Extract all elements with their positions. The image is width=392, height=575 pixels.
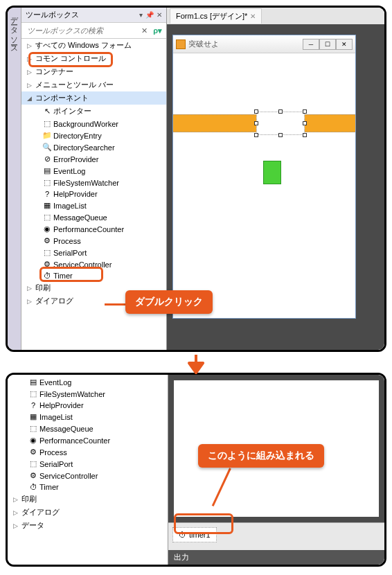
help-icon: ? xyxy=(41,190,53,198)
tab-bar: Form1.cs [デザイン]* ✕ xyxy=(167,8,384,24)
process-icon: ⚙ xyxy=(41,236,53,245)
close-button[interactable]: ✕ xyxy=(336,39,353,50)
imglist-icon: ▦ xyxy=(27,412,39,421)
perf-icon: ◉ xyxy=(27,436,39,445)
callout-double-click: ダブルクリック xyxy=(125,290,213,314)
item-servicecontroller[interactable]: ⚙ServiceController xyxy=(8,470,168,481)
bgworker-icon: ⬚ xyxy=(41,119,53,128)
form-titlebar: 突破せよ ─ ☐ ✕ xyxy=(173,35,355,53)
serial-icon: ⬚ xyxy=(41,248,53,257)
item-filesystemwatcher[interactable]: ⬚FileSystemWatcher xyxy=(8,388,168,400)
timer-icon: ⏱ xyxy=(179,531,186,539)
service-icon: ⚙ xyxy=(27,471,39,480)
item-pointer[interactable]: ↖ポインター xyxy=(21,105,166,118)
item-messagequeue[interactable]: ⬚MessageQueue xyxy=(21,211,166,223)
category-data[interactable]: ▷データ xyxy=(8,519,168,532)
maximize-button[interactable]: ☐ xyxy=(319,39,336,50)
category-common-controls[interactable]: ▷コモン コントロール xyxy=(21,52,166,65)
chevron-right-icon: ▷ xyxy=(27,298,35,305)
chevron-right-icon: ▷ xyxy=(13,496,21,503)
item-eventlog[interactable]: ▤EventLog xyxy=(21,165,166,177)
tab-form1[interactable]: Form1.cs [デザイン]* ✕ xyxy=(170,8,262,24)
tray-item-label: timer1 xyxy=(189,531,211,539)
item-errorprovider[interactable]: ⊘ErrorProvider xyxy=(21,153,166,165)
service-icon: ⚙ xyxy=(41,260,53,269)
item-serialport[interactable]: ⬚SerialPort xyxy=(21,247,166,258)
toolbox-panel-2: ▤EventLog ⬚FileSystemWatcher ?HelpProvid… xyxy=(8,375,168,565)
chevron-right-icon: ▷ xyxy=(13,522,21,529)
item-imagelist[interactable]: ▦ImageList xyxy=(21,200,166,211)
chevron-right-icon: ▷ xyxy=(27,82,35,89)
item-directorysearcher[interactable]: 🔍DirectorySearcher xyxy=(21,141,166,153)
item-helpprovider[interactable]: ?HelpProvider xyxy=(21,188,166,200)
chevron-down-icon: ◢ xyxy=(27,95,35,102)
toolbox-tree-2: ▤EventLog ⬚FileSystemWatcher ?HelpProvid… xyxy=(8,376,168,565)
item-filesystemwatcher[interactable]: ⬚FileSystemWatcher xyxy=(21,177,166,188)
arrow-down-icon xyxy=(186,353,206,379)
tab-close-icon[interactable]: ✕ xyxy=(250,12,256,20)
error-icon: ⊘ xyxy=(41,154,53,163)
pointer-icon: ↖ xyxy=(41,107,53,116)
item-eventlog[interactable]: ▤EventLog xyxy=(8,376,168,388)
form-body[interactable] xyxy=(173,53,355,318)
search-go-icon[interactable]: ρ▾ xyxy=(150,26,165,35)
process-icon: ⚙ xyxy=(27,448,39,457)
item-directoryentry[interactable]: 📁DirectoryEntry xyxy=(21,130,166,141)
item-servicecontroller[interactable]: ⚙ServiceController xyxy=(21,258,166,270)
close-icon[interactable]: ✕ xyxy=(157,11,162,19)
item-process[interactable]: ⚙Process xyxy=(21,235,166,247)
eventlog-icon: ▤ xyxy=(27,378,39,387)
component-tray[interactable]: ⏱ timer1 xyxy=(168,522,384,550)
category-container[interactable]: ▷コンテナー xyxy=(21,65,166,78)
imglist-icon: ▦ xyxy=(41,201,53,210)
item-process[interactable]: ⚙Process xyxy=(8,446,168,458)
dropdown-icon[interactable]: ▾ xyxy=(139,11,143,19)
tray-timer1[interactable]: ⏱ timer1 xyxy=(172,527,217,542)
item-serialport[interactable]: ⬚SerialPort xyxy=(8,458,168,470)
category-component[interactable]: ◢コンポーネント xyxy=(21,91,166,105)
item-backgroundworker[interactable]: ⬚BackgroundWorker xyxy=(21,118,166,130)
tab-label: Form1.cs [デザイン]* xyxy=(176,11,247,21)
toolbox-title: ツールボックス xyxy=(26,10,79,20)
timer-icon: ⏱ xyxy=(27,483,39,491)
selected-control[interactable] xyxy=(256,112,305,135)
item-timer[interactable]: ⏱Timer xyxy=(8,481,168,493)
item-performancecounter[interactable]: ◉PerformanceCounter xyxy=(21,223,166,235)
msgq-icon: ⬚ xyxy=(41,213,53,222)
item-imagelist[interactable]: ▦ImageList xyxy=(8,411,168,423)
perf-icon: ◉ xyxy=(41,224,53,233)
help-icon: ? xyxy=(27,401,39,409)
timer-icon: ⏱ xyxy=(41,272,53,280)
fswatch-icon: ⬚ xyxy=(27,389,39,398)
callout-embedded: このように組み込まれる xyxy=(198,444,324,468)
item-timer[interactable]: ⏱Timer xyxy=(21,270,166,281)
search-clear-icon[interactable]: ✕ xyxy=(139,26,150,35)
fswatch-icon: ⬚ xyxy=(41,178,53,187)
chevron-right-icon: ▷ xyxy=(13,509,21,516)
item-helpprovider[interactable]: ?HelpProvider xyxy=(8,400,168,411)
form-title: 突破せよ xyxy=(188,39,303,49)
form-window[interactable]: 突破せよ ─ ☐ ✕ xyxy=(172,35,356,319)
data-sources-tab[interactable]: データ ソース xyxy=(8,8,21,350)
output-panel-header[interactable]: 出力 xyxy=(168,550,384,565)
designer-panel-2: ⏱ timer1 出力 xyxy=(168,375,384,565)
item-messagequeue[interactable]: ⬚MessageQueue xyxy=(8,423,168,434)
category-print[interactable]: ▷印刷 xyxy=(8,493,168,506)
category-windows-forms[interactable]: ▷すべての Windows フォーム xyxy=(21,39,166,52)
msgq-icon: ⬚ xyxy=(27,424,39,433)
toolbox-search: ✕ ρ▾ xyxy=(21,23,166,39)
pin-icon[interactable]: 📌 xyxy=(145,11,154,19)
item-performancecounter[interactable]: ◉PerformanceCounter xyxy=(8,434,168,446)
eventlog-icon: ▤ xyxy=(41,166,53,175)
search-input[interactable] xyxy=(23,24,139,37)
chevron-right-icon: ▷ xyxy=(27,42,35,49)
chevron-right-icon: ▷ xyxy=(27,69,35,76)
minimize-button[interactable]: ─ xyxy=(303,39,319,50)
green-control[interactable] xyxy=(263,161,281,184)
form-icon xyxy=(176,39,186,49)
direntry-icon: 📁 xyxy=(41,131,53,140)
category-menu-toolbar[interactable]: ▷メニューとツール バー xyxy=(21,78,166,91)
category-dialog[interactable]: ▷ダイアログ xyxy=(8,506,168,519)
dirsearch-icon: 🔍 xyxy=(41,143,53,152)
chevron-right-icon: ▷ xyxy=(27,55,35,62)
